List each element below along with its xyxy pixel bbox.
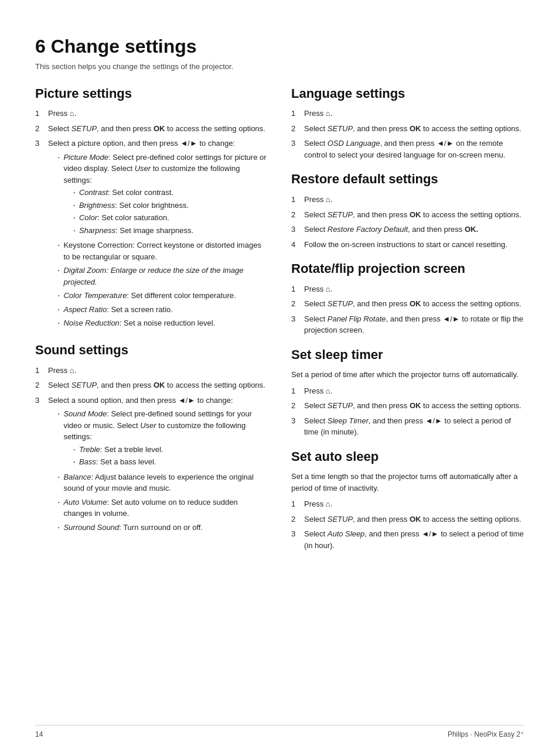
sub-bullet-bass: Bass: Set a bass level. [73, 456, 268, 468]
step-num: 4 [291, 239, 302, 251]
step-text: Press . [304, 108, 524, 119]
step-num: 2 [35, 379, 46, 391]
step-text: Follow the on-screen instructions to sta… [304, 239, 524, 251]
auto-sleep-step-1: 1 Press . [291, 498, 524, 510]
sleep-step-3: 3 Select Sleep Timer, and then press ◄/►… [291, 415, 524, 438]
step-num: 3 [35, 138, 46, 149]
sleep-step-1: 1 Press . [291, 385, 524, 397]
step-num: 3 [291, 528, 302, 540]
bullet-keystone: Keystone Correction: Correct keystone or… [57, 240, 268, 262]
bullet-auto-volume: Auto Volume: Set auto volume on to reduc… [57, 497, 268, 519]
footer-page-num: 14 [35, 730, 43, 738]
step-num: 2 [291, 514, 302, 525]
home-icon [70, 366, 74, 375]
sleep-timer-intro: Set a period of time after which the pro… [291, 369, 524, 381]
step-text: Select Restore Factory Default, and then… [304, 224, 524, 235]
step-num: 2 [291, 123, 302, 135]
home-icon [326, 109, 330, 118]
step-text: Select SETUP, and then press OK to acces… [304, 123, 524, 135]
step-text: Select SETUP, and then press OK to acces… [304, 514, 524, 525]
step-text: Press . [304, 385, 524, 397]
step-num: 1 [291, 108, 302, 119]
sleep-timer-title: Set sleep timer [291, 347, 524, 364]
bullet-noise-reduction: Noise Reduction: Set a noise reduction l… [57, 317, 268, 329]
bullet-color-temp: Color Temperature: Set different color t… [57, 290, 268, 302]
step-num: 1 [291, 385, 302, 397]
step-num: 2 [35, 123, 46, 135]
step-text: Press . [48, 365, 268, 377]
sound-step-2: 2 Select SETUP, and then press OK to acc… [35, 379, 268, 391]
step-num: 1 [291, 194, 302, 206]
right-column: Language settings 1 Press . 2 Select SET… [291, 85, 524, 557]
auto-sleep-step-2: 2 Select SETUP, and then press OK to acc… [291, 514, 524, 525]
step-text: Select SETUP, and then press OK to acces… [304, 400, 524, 412]
picture-settings-title: Picture settings [35, 85, 268, 102]
home-icon [326, 285, 330, 293]
sub-bullet-brightness: Brightness: Set color brightness. [73, 200, 268, 211]
step-text: Press . [304, 498, 524, 510]
lang-step-3: 3 Select OSD Language, and then press ◄/… [291, 138, 524, 160]
picture-step-2: 2 Select SETUP, and then press OK to acc… [35, 123, 268, 135]
sound-step-3: 3 Select a sound option, and then press … [35, 395, 268, 536]
restore-step-2: 2 Select SETUP, and then press OK to acc… [291, 209, 524, 221]
step-num: 1 [291, 498, 302, 510]
bullet-sound-mode: Sound Mode: Select pre-defined sound set… [57, 408, 268, 469]
step-text: Select SETUP, and then press OK to acces… [304, 209, 524, 221]
restore-step-1: 1 Press . [291, 194, 524, 206]
language-settings-steps: 1 Press . 2 Select SETUP, and then press… [291, 108, 524, 160]
sound-sub-bullets: Treble: Set a treble level. Bass: Set a … [73, 444, 268, 468]
page: 6 Change settings This section helps you… [0, 0, 559, 756]
step-text: Select SETUP, and then press OK to acces… [48, 123, 268, 135]
footer-brand: Philips · NeoPix Easy 2⁺ [448, 730, 524, 738]
bullet-surround-sound: Surround Sound: Turn surround on or off. [57, 522, 268, 533]
lang-step-1: 1 Press . [291, 108, 524, 119]
step-num: 2 [291, 400, 302, 412]
home-icon [326, 386, 330, 395]
language-settings-title: Language settings [291, 85, 524, 102]
footer: 14 Philips · NeoPix Easy 2⁺ [35, 725, 524, 738]
home-icon [326, 195, 330, 204]
step-text: Select Auto Sleep, and then press ◄/► to… [304, 528, 524, 551]
sub-bullet-treble: Treble: Set a treble level. [73, 444, 268, 456]
step-text: Select Sleep Timer, and then press ◄/► t… [304, 415, 524, 438]
step-text: Select SETUP, and then press OK to acces… [304, 298, 524, 310]
sleep-timer-steps: 1 Press . 2 Select SETUP, and then press… [291, 385, 524, 438]
step-num: 3 [291, 138, 302, 149]
bullet-balance: Balance: Adjust balance levels to experi… [57, 471, 268, 494]
auto-sleep-steps: 1 Press . 2 Select SETUP, and then press… [291, 498, 524, 551]
sound-settings-title: Sound settings [35, 342, 268, 359]
picture-step-1: 1 Press . [35, 108, 268, 119]
step-num: 1 [35, 365, 46, 377]
step-text: Press . [48, 108, 268, 119]
step-text: Select OSD Language, and then press ◄/► … [304, 138, 524, 160]
bullet-picture-mode: Picture Mode: Select pre-defined color s… [57, 152, 268, 238]
restore-settings-title: Restore default settings [291, 171, 524, 188]
bullet-aspect-ratio: Aspect Ratio: Set a screen ratio. [57, 304, 268, 316]
picture-bullets: Picture Mode: Select pre-defined color s… [57, 152, 268, 329]
home-icon [326, 500, 330, 508]
bullet-text: Picture Mode: Select pre-defined color s… [63, 152, 268, 238]
sound-bullets: Sound Mode: Select pre-defined sound set… [57, 408, 268, 533]
step-text: Select a picture option, and then press … [48, 138, 268, 331]
step-text: Select SETUP, and then press OK to acces… [48, 379, 268, 391]
step-text: Select a sound option, and then press ◄/… [48, 395, 268, 536]
left-column: Picture settings 1 Press . 2 Select SETU… [35, 85, 268, 557]
content-area: Picture settings 1 Press . 2 Select SETU… [35, 85, 524, 557]
step-text: Select Panel Flip Rotate, and then press… [304, 313, 524, 336]
step-text: Press . [304, 283, 524, 295]
auto-sleep-intro: Set a time length so that the projector … [291, 471, 524, 494]
auto-sleep-title: Set auto sleep [291, 449, 524, 466]
rotate-step-2: 2 Select SETUP, and then press OK to acc… [291, 298, 524, 310]
sleep-step-2: 2 Select SETUP, and then press OK to acc… [291, 400, 524, 412]
restore-step-3: 3 Select Restore Factory Default, and th… [291, 224, 524, 235]
step-text: Press . [304, 194, 524, 206]
restore-settings-steps: 1 Press . 2 Select SETUP, and then press… [291, 194, 524, 250]
rotate-step-3: 3 Select Panel Flip Rotate, and then pre… [291, 313, 524, 336]
sub-bullet-color: Color: Set color saturation. [73, 212, 268, 224]
step-num: 1 [291, 283, 302, 295]
rotate-flip-steps: 1 Press . 2 Select SETUP, and then press… [291, 283, 524, 336]
step-num: 1 [35, 108, 46, 119]
auto-sleep-step-3: 3 Select Auto Sleep, and then press ◄/► … [291, 528, 524, 551]
sub-bullet-sharpness: Sharpness: Set image sharpness. [73, 225, 268, 237]
rotate-flip-title: Rotate/flip projection screen [291, 261, 524, 278]
